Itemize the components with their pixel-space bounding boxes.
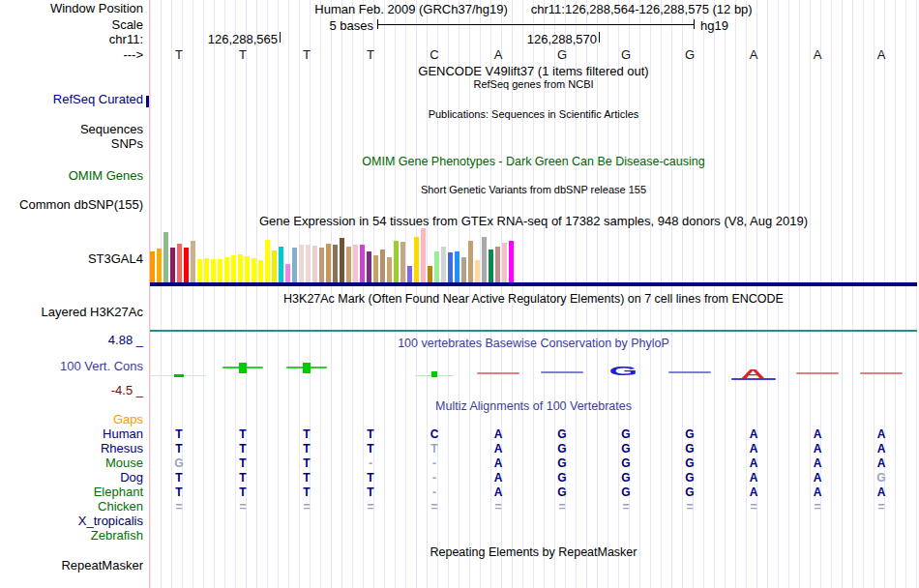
gtex-tissue-bar[interactable] (482, 237, 487, 283)
gtex-tissue-bar[interactable] (272, 250, 277, 283)
track-message-phylop[interactable]: 100 vertebrates Basewise Conservation by… (150, 337, 917, 350)
left-label-x-tropicalis[interactable]: X_tropicalis (78, 514, 143, 528)
gtex-tissue-bar[interactable] (245, 256, 250, 283)
gtex-tissue-bar[interactable] (326, 244, 331, 283)
left-label-gaps[interactable]: Gaps (113, 413, 143, 426)
gtex-tissue-bar[interactable] (360, 245, 365, 283)
gtex-tissue-bar[interactable] (191, 241, 195, 283)
gtex-tissue-bar[interactable] (394, 241, 399, 283)
multiz-base: T (275, 485, 339, 500)
left-label-repeatmasker[interactable]: RepeatMasker (61, 559, 143, 573)
multiz-base: A (466, 456, 530, 471)
left-label-elephant[interactable]: Elephant (94, 485, 143, 499)
gtex-tissue-bar[interactable] (455, 251, 460, 283)
track-message-h3k27ac[interactable]: H3K27Ac Mark (Often Found Near Active Re… (150, 292, 917, 306)
left-label-layered-h3k27ac[interactable]: Layered H3K27Ac (41, 306, 143, 319)
left-label-scale[interactable]: Scale (111, 18, 143, 32)
gtex-tissue-bar[interactable] (157, 249, 162, 283)
track-message-repeatmasker[interactable]: Repeating Elements by RepeatMasker (150, 545, 917, 559)
gtex-tissue-bar[interactable] (367, 251, 371, 283)
gtex-tissue-bar[interactable] (468, 241, 473, 283)
gtex-tissue-bar[interactable] (475, 260, 480, 283)
gtex-tissue-bar[interactable] (204, 258, 209, 283)
gtex-tissue-bar[interactable] (211, 259, 216, 283)
gtex-tissue-bar[interactable] (177, 244, 182, 283)
gtex-tissue-bar[interactable] (258, 260, 263, 283)
gtex-tissue-bar[interactable] (502, 243, 507, 283)
gtex-tissue-bar[interactable] (265, 240, 270, 283)
track-message-dbsnp[interactable]: Short Genetic Variants from dbSNP releas… (150, 184, 917, 195)
track-message-gtex-title[interactable]: Gene Expression in 54 tissues from GTEx … (150, 214, 917, 228)
left-label-mouse[interactable]: Mouse (105, 456, 143, 470)
left-label-refseq-curated[interactable]: RefSeq Curated (53, 93, 143, 106)
gtex-tissue-bar[interactable] (150, 251, 155, 283)
gtex-tissue-bar[interactable] (346, 247, 351, 283)
gtex-tissue-bar[interactable] (428, 266, 432, 283)
left-label-[interactable]: ---> (123, 48, 143, 62)
gtex-tissue-bar[interactable] (312, 246, 317, 283)
track-message-gencode[interactable]: GENCODE V49lift37 (1 items filtered out) (150, 64, 917, 78)
gtex-tissue-bar[interactable] (380, 250, 385, 283)
left-label-window-position[interactable]: Window Position (50, 2, 143, 15)
gtex-tissue-bar[interactable] (279, 247, 283, 283)
gtex-tissue-bar[interactable] (509, 241, 514, 283)
gtex-tissue-bar[interactable] (333, 245, 338, 283)
track-message-publications[interactable]: Publications: Sequences in Scientific Ar… (150, 108, 917, 120)
gtex-tissue-bar[interactable] (421, 228, 426, 283)
gtex-tissue-bar[interactable] (448, 252, 453, 283)
left-label-4-88[interactable]: 4.88 _ (108, 334, 143, 347)
left-label-common-dbsnp-155[interactable]: Common dbSNP(155) (19, 198, 143, 212)
refseq-curated-item[interactable] (146, 96, 149, 107)
left-label-human[interactable]: Human (103, 427, 143, 441)
gtex-tissue-bar[interactable] (231, 255, 236, 283)
gtex-tissue-bar[interactable] (489, 250, 493, 283)
left-label-rhesus[interactable]: Rhesus (101, 442, 143, 456)
gtex-bar-chart[interactable] (150, 228, 518, 283)
left-label-omim-genes[interactable]: OMIM Genes (69, 169, 143, 183)
gtex-tissue-bar[interactable] (387, 257, 392, 283)
left-label-zebrafish[interactable]: Zebrafish (91, 529, 143, 543)
gtex-tissue-bar[interactable] (306, 245, 311, 283)
sequence-base: A (849, 47, 913, 62)
gtex-tissue-bar[interactable] (407, 266, 412, 283)
left-label-100-vert-cons[interactable]: 100 Vert. Cons (60, 360, 143, 373)
gtex-tissue-bar[interactable] (319, 248, 324, 283)
gtex-tissue-bar[interactable] (414, 237, 419, 283)
left-label-chr11[interactable]: chr11: (109, 33, 143, 46)
gtex-tissue-bar[interactable] (373, 255, 378, 283)
gtex-tissue-bar[interactable] (238, 254, 243, 283)
multiz-base: A (849, 442, 913, 456)
gtex-tissue-bar[interactable] (184, 248, 189, 283)
left-label-4-5[interactable]: -4.5 _ (111, 384, 143, 397)
gtex-tissue-bar[interactable] (400, 242, 405, 283)
gtex-tissue-bar[interactable] (170, 248, 175, 283)
left-label-chicken[interactable]: Chicken (98, 500, 143, 514)
multiz-row-rhesus: TTTTTAGGGAAA (147, 442, 913, 456)
gtex-tissue-bar[interactable] (299, 245, 304, 283)
gtex-tissue-bar[interactable] (495, 247, 500, 283)
left-label-snps[interactable]: SNPs (111, 137, 143, 151)
track-message-multiz[interactable]: Multiz Alignments of 100 Vertebrates (150, 399, 917, 413)
multiz-base: T (211, 471, 275, 485)
gtex-tissue-bar[interactable] (353, 245, 358, 283)
multiz-base: T (211, 485, 275, 500)
gtex-tissue-bar[interactable] (197, 259, 202, 283)
left-label-dog[interactable]: Dog (120, 471, 143, 485)
gtex-tissue-bar[interactable] (292, 248, 297, 283)
st3gal4-gene-line[interactable] (150, 282, 917, 286)
track-message-refseq[interactable]: RefSeq genes from NCBI (150, 78, 917, 90)
left-label-sequences[interactable]: Sequences (80, 123, 143, 136)
gtex-tissue-bar[interactable] (252, 258, 256, 283)
gtex-tissue-bar[interactable] (434, 251, 439, 283)
gtex-tissue-bar[interactable] (461, 257, 466, 283)
gtex-tissue-bar[interactable] (163, 232, 168, 283)
gtex-tissue-bar[interactable] (224, 257, 229, 283)
gtex-tissue-bar[interactable] (285, 264, 290, 283)
gtex-tissue-bar[interactable] (218, 259, 222, 283)
left-label-st3gal4[interactable]: ST3GAL4 (88, 252, 143, 266)
multiz-base: T (147, 471, 211, 485)
track-message-omim[interactable]: OMIM Gene Phenotypes - Dark Green Can Be… (150, 155, 917, 168)
multiz-base: A (466, 442, 530, 456)
gtex-tissue-bar[interactable] (441, 247, 446, 283)
gtex-tissue-bar[interactable] (340, 238, 344, 283)
